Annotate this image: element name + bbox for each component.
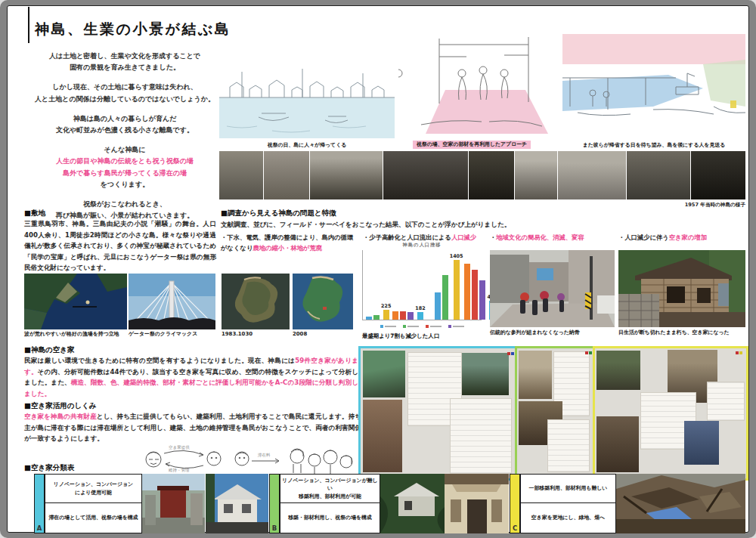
intro-line: 文化や町並みが色濃く残る小さな離島です。 [29,125,221,136]
intro-line: 人と土地との関係は分離しているのではないでしょうか。 [29,94,221,105]
bw-strip-caption: 1957 年当時の神島の様子 [597,202,745,208]
collage-sketch [707,382,745,421]
caption-shack: 日生活が断ち切れたまま朽ち、空き家になった [618,329,745,336]
bullet-text-highlight: 人口減少 [451,233,476,241]
caption-aerial-2008: 2008 [293,331,353,338]
class-tab-b: B [269,474,280,533]
bullet-text: ・人口減少に伴う [618,233,669,241]
bullet-culture: ・地域文化の簡易化、消滅、変容 [490,233,618,243]
akiya-text: 民家は厳しい環境で生きるために特有の空間を有するようになりました。現在、神島には… [24,355,358,399]
bullet-infrastructure: ・下水、電気、護岸の整備により、島内の循環がなくなり農地の縮小・林地が荒廃 [221,233,358,253]
collage-panel-c [593,346,748,481]
chart-caption: 最盛期より7割も減少した人口 [362,332,482,340]
class-grade-b: B [270,524,279,532]
class-a-plan: 滞在の場として活用、祝祭の場を構成 [45,503,141,532]
survey-body-text: 文献調査、並びに、フィールド・サーベイをおこなった結果、以下のことが浮かび上がり… [221,219,689,230]
intro-line: 人は土地と密着し、生業や文化を形成することで [29,51,221,62]
bw-photo [310,151,383,199]
photo-aerial-1983 [222,274,290,329]
section-header-scheme: ■空き家活用のしくみ [24,401,97,411]
caption-map: 波が荒れやすいが格好の漁場を持つ立地 [24,331,130,338]
sketch-caption-2: 祝祭の場、空家の部材を再利用したアプローチ [413,141,531,149]
photo-aerial-2008 [293,274,353,329]
grade-dot-green [589,351,592,354]
akiya-line3-highlight: 構造、階数、色、建築的特徴、部材・素材ごとに評価し利用可能かをA-Cの3段階に分… [24,379,358,397]
class-a-use: リノベーション、コンバージョン により使用可能 [45,475,141,503]
intro-line-highlight: 島外で暮らす島民が帰ってくる滞在の場 [29,168,221,179]
bullet-text-highlight: 地域文化の簡易化、消滅、変容 [496,233,584,241]
class-a-photo-2 [206,474,268,533]
bw-photo [558,151,626,199]
intro-text-block: 人は土地と密着し、生業や文化を形成することで 固有の景観を育み生きてきました。 … [29,51,221,221]
bw-photo [627,151,690,199]
intro-line: そんな神島に [29,144,221,156]
bw-photo-strip-1957 [219,151,745,199]
sketch-coast-farewell [562,34,745,138]
collage-photo [596,351,640,390]
grade-dot-red [736,351,739,354]
bw-photo [515,151,557,199]
class-box-b: リノベーション、コンバージョンが難しい 移築利用、部材利用が可能 移築・部材利用… [280,474,380,533]
class-c-use: 一部移築利用、部材利用も難しい [521,475,615,503]
grade-dot-blue [511,352,514,355]
bw-photo [383,151,468,199]
class-grade-a: A [35,524,44,532]
akiya-line3: また、 [51,379,70,386]
population-chart: 神島の人口推移 2251821405440 最盛期より7割も減少した人口 [362,242,482,340]
section-header-classification: ■空き家分類表 [24,463,74,473]
collage-sketch [547,419,590,472]
class-b-photo-1 [380,474,445,533]
intro-line-highlight: 人生の節目や神島の伝統をとも祝う祝祭の場 [29,156,221,167]
caption-aerial-1983: 1983.1030 [222,331,290,338]
intro-line: 神島は島の人々の暮らしが育んだ [29,113,221,125]
bw-photo [264,151,309,199]
doodle-label-maintain: 維持・管理 [168,468,190,473]
site-body-text: 三重県鳥羽市、神島。三島由紀夫の小説「潮騒」の舞台。人口400人余り、1周徒歩2… [24,218,216,274]
doodle-label-fee: 滞在料 [258,453,271,458]
section-header-akiya: ■神島の空き家 [24,345,74,355]
collage-sketch [450,398,512,474]
section-header-site: ■敷地 [24,209,45,218]
bw-photo [469,151,514,199]
class-grade-c: C [510,524,519,532]
collage-photo [596,416,639,472]
chart-plot-area: 2251821405440 [362,250,482,320]
collage-panel-a [358,346,517,481]
poster-page: 神島、生業の小景が結ぶ島 人は土地と密着し、生業や文化を形成することで 固有の景… [0,0,756,538]
chart-legend [362,323,482,330]
grade-dot-yellow [739,351,742,354]
collage-photo [462,353,509,395]
intro-line: しかし現在、その土地に暮らす意味は失われ、 [29,82,221,93]
sketch-caption-1: 祝祭の日、島に人々が帰ってくる [219,142,395,149]
section-header-survey: ■調査から見える神島の問題と特徴 [221,209,336,218]
photo-funeral-street [490,250,615,327]
sketch-festival-approach [398,34,559,138]
bullet-text-highlight: 農地の縮小・林地が荒廃 [253,244,322,252]
bw-photo [219,151,263,199]
class-box-a: リノベーション、コンバージョン により使用可能 滞在の場として活用、祝祭の場を構… [45,474,142,533]
intro-line: 祝祭がおこなわれるとき、 [29,199,221,210]
collage-photo [363,400,402,472]
intro-line: 固有の景観を育み生きてきました。 [29,62,221,73]
grade-dot-red [507,352,510,355]
bullet-vacant-houses: ・人口減少に伴う空き家の増加 [618,233,745,243]
caption-gater: ゲーター祭のクライマックス [129,331,219,338]
bullet-text: ・少子高齢化と人口流出による [363,233,451,241]
intro-line: をつくります。 [29,179,221,190]
scheme-line1-highlight: 空き家を神島の共有財産 [24,413,97,420]
class-box-c: 一部移築利用、部材利用も難しい 空き家を更地にし、緑地、畑へ [520,474,616,533]
chart-title: 神島の人口推移 [362,242,482,249]
collage-photo [519,351,552,399]
sketch-harbor-return [219,42,395,138]
sketch-caption-3: また彼らが帰省する日を待ち望み、島を後にする人を見送る [562,142,745,149]
doodle-label-provide: 空き家提供 [169,445,190,450]
class-tab-c: C [510,474,520,533]
photo-decayed-house [618,250,745,327]
bw-photo [691,151,745,199]
class-b-photo-2 [445,474,509,533]
class-a-photo-1 [142,474,205,533]
collage-photo [363,351,405,397]
scheme-line1: とし、持ち主に提供してもらい、建築利用、土地利用することで島民に還元します。 [97,413,349,420]
bullet-text-highlight: 空き家の増加 [669,233,707,241]
collage-photo [684,421,719,465]
